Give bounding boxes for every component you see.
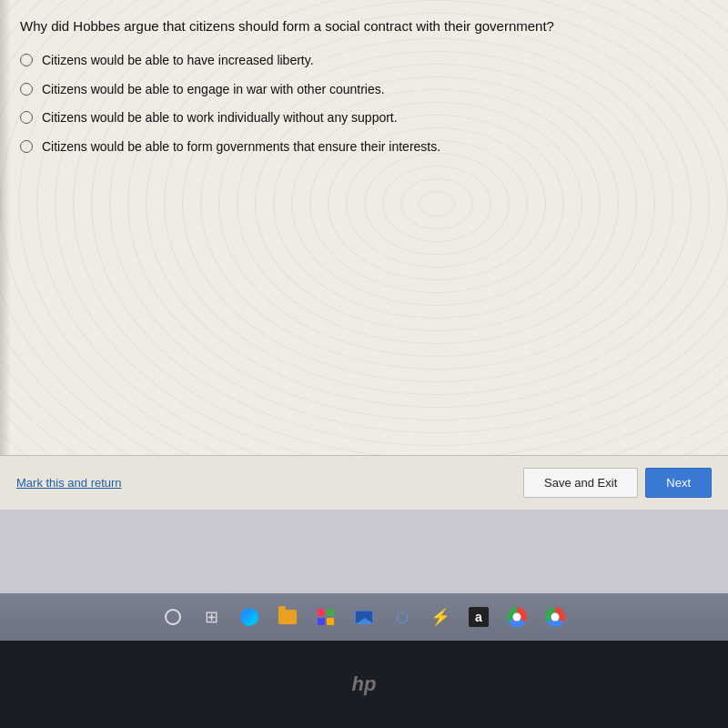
taskbar-bottom: hp bbox=[0, 641, 728, 728]
a-icon[interactable]: a bbox=[462, 601, 495, 633]
options-list: Citizens would be able to have increased… bbox=[20, 52, 708, 156]
option-b[interactable]: Citizens would be able to engage in war … bbox=[20, 81, 708, 99]
hp-logo: hp bbox=[352, 672, 377, 696]
mail-icon[interactable] bbox=[348, 601, 380, 633]
bottom-bar: Mark this and return Save and Exit Next bbox=[0, 455, 728, 510]
next-button[interactable]: Next bbox=[645, 468, 712, 498]
quiz-area: Why did Hobbes argue that citizens shoul… bbox=[0, 0, 728, 510]
radio-c[interactable] bbox=[20, 111, 33, 124]
edge-icon[interactable] bbox=[233, 601, 266, 633]
radio-b[interactable] bbox=[20, 83, 33, 96]
option-a-label: Citizens would be able to have increased… bbox=[42, 52, 314, 70]
option-c-label: Citizens would be able to work individua… bbox=[42, 109, 398, 127]
radio-a[interactable] bbox=[20, 54, 33, 66]
mark-return-link[interactable]: Mark this and return bbox=[16, 476, 122, 490]
option-c[interactable]: Citizens would be able to work individua… bbox=[20, 109, 708, 127]
taskbar: ⊞ ⬡ ⚡ a bbox=[0, 593, 728, 728]
folder-icon[interactable] bbox=[271, 601, 304, 633]
chrome-icon-2[interactable] bbox=[539, 601, 571, 633]
search-icon[interactable] bbox=[157, 601, 189, 633]
option-b-label: Citizens would be able to engage in war … bbox=[42, 81, 385, 99]
option-d-label: Citizens would be able to form governmen… bbox=[42, 138, 440, 157]
radio-d[interactable] bbox=[20, 140, 33, 153]
windows-store-icon[interactable] bbox=[309, 601, 342, 633]
task-view-icon[interactable]: ⊞ bbox=[195, 601, 228, 633]
dropbox-icon[interactable]: ⬡ bbox=[386, 601, 419, 633]
lightning-icon[interactable]: ⚡ bbox=[424, 601, 457, 633]
option-d[interactable]: Citizens would be able to form governmen… bbox=[20, 138, 708, 157]
save-exit-button[interactable]: Save and Exit bbox=[523, 468, 638, 498]
chrome-icon-1[interactable] bbox=[500, 601, 533, 633]
question-text: Why did Hobbes argue that citizens shoul… bbox=[20, 16, 708, 35]
option-a[interactable]: Citizens would be able to have increased… bbox=[20, 52, 708, 70]
taskbar-icons-row: ⊞ ⬡ ⚡ a bbox=[0, 593, 728, 641]
